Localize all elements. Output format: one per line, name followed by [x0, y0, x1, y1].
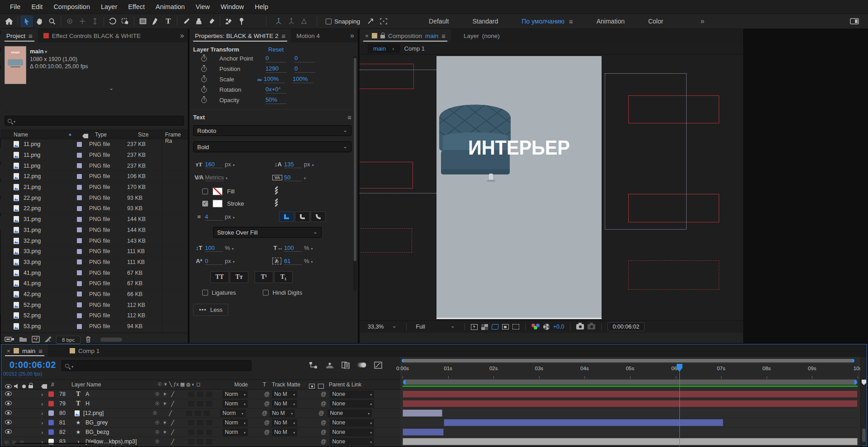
font-style-dropdown[interactable]: Bold [193, 141, 351, 152]
file-name[interactable]: 11.png [24, 163, 77, 169]
vertical-scale-field[interactable]: 100% [205, 245, 272, 252]
file-name[interactable]: 22.png [24, 205, 77, 212]
properties-tabs-overflow-icon[interactable] [346, 29, 358, 42]
eye-icon[interactable] [5, 401, 12, 405]
kerning-field[interactable]: Metrics [205, 174, 272, 181]
file-label-color[interactable] [77, 142, 82, 147]
stopwatch-icon[interactable] [201, 77, 207, 82]
workspace-bar-icon[interactable] [848, 15, 861, 27]
stroke-color-swatch[interactable] [213, 200, 223, 207]
less-button[interactable]: Less [193, 304, 228, 316]
file-row[interactable]: 22.png PNG file 93 KB ∞ [1, 203, 188, 214]
track-matte-dropdown[interactable]: No M [272, 400, 297, 408]
label-column-icon[interactable] [41, 384, 47, 389]
column-parent-link[interactable]: Parent & Link [329, 381, 361, 388]
file-label-color[interactable] [77, 270, 82, 275]
snap-expand-icon[interactable] [377, 15, 390, 27]
layer-duration-bar[interactable] [403, 391, 858, 398]
puppet-pin-tool-icon[interactable] [235, 15, 248, 27]
stroke-checkbox[interactable] [202, 201, 208, 207]
anchor-y-value[interactable]: 0 [294, 55, 315, 62]
breadcrumb-current[interactable]: main ‹ [368, 44, 400, 53]
file-label-color[interactable] [77, 281, 82, 286]
snapping-checkbox[interactable] [326, 19, 332, 24]
file-label-color[interactable] [77, 259, 82, 264]
workspace-overflow-icon[interactable] [697, 17, 708, 25]
file-label-color[interactable] [77, 292, 82, 296]
workspace-tab[interactable]: По умолчанию [510, 18, 584, 25]
panel-menu-icon[interactable] [282, 32, 286, 40]
search-options-icon[interactable] [71, 362, 73, 369]
eye-icon[interactable] [5, 429, 12, 434]
parent-pickwhip-icon[interactable]: @ [321, 391, 326, 397]
tab-layer[interactable]: Layer (none) [458, 29, 505, 42]
effect-switch-icon[interactable]: ☀ [161, 391, 169, 397]
tab-effect-controls[interactable]: Effect Controls BLACK & WHITE [38, 29, 146, 42]
timeline-vertical-scrollbar[interactable] [862, 428, 866, 442]
toggle-modes-icon[interactable] [318, 384, 324, 389]
layer-expander-icon[interactable] [41, 438, 47, 445]
mode-dropdown[interactable]: Norm [223, 391, 248, 398]
shy-switch-icon[interactable]: ☉ [153, 439, 161, 445]
parent-link-dropdown[interactable]: None [330, 438, 374, 446]
workspace-menu-icon[interactable] [569, 18, 573, 25]
composition-thumbnail[interactable] [5, 46, 26, 84]
superscript-button[interactable]: T¹ [255, 271, 273, 283]
layer-label-color[interactable] [48, 420, 54, 425]
workspace-tab[interactable]: Animation [585, 18, 636, 25]
tab-timeline-comp1[interactable]: Comp 1 [64, 344, 105, 357]
hand-tool-icon[interactable] [33, 15, 46, 27]
layer-expander-icon[interactable] [41, 410, 47, 417]
position-x-value[interactable]: 1290 [266, 65, 286, 73]
eye-icon[interactable] [5, 410, 12, 415]
snapshot-icon[interactable] [576, 324, 584, 329]
stopwatch-icon[interactable] [201, 66, 207, 72]
shy-switch-icon[interactable]: ☉ [151, 410, 159, 416]
effect-switch-icon[interactable]: ☀ [161, 420, 169, 426]
new-folder-icon[interactable] [19, 336, 27, 343]
file-row[interactable]: 52.png PNG file 112 KB ∞ [1, 300, 188, 311]
position-y-value[interactable]: 0 [294, 65, 315, 73]
layer-expander-icon[interactable] [41, 419, 47, 426]
composition-canvas[interactable]: ИНТЕРЬЕР [360, 55, 743, 320]
file-label-color[interactable] [77, 174, 82, 179]
properties-scrollbar[interactable] [353, 56, 357, 291]
file-name[interactable]: 52.png [24, 312, 77, 319]
parent-link-dropdown[interactable]: None [330, 419, 374, 427]
timeline-layer-row[interactable]: 81 BG_grey ☉ ☀ ╱ Norm @ No M @ None [1, 418, 400, 428]
interpret-footage-icon[interactable] [5, 336, 14, 343]
menu-item[interactable]: File [5, 3, 26, 10]
trash-icon[interactable] [85, 336, 91, 344]
anchor-x-value[interactable]: 0 [266, 55, 286, 62]
frame-blending-icon[interactable] [342, 361, 350, 370]
layer-duration-bar[interactable] [403, 400, 858, 407]
audio-column-icon[interactable] [14, 384, 19, 389]
track-matte-dropdown[interactable]: No M [270, 409, 295, 417]
layer-name[interactable]: BG_bezg [85, 429, 153, 435]
menu-item[interactable]: Composition [48, 3, 95, 10]
eye-icon[interactable] [5, 391, 12, 396]
menu-item[interactable]: Window [215, 3, 250, 10]
scale-y-value[interactable]: 100% [293, 75, 313, 83]
rotation-tool-icon[interactable] [106, 15, 119, 27]
clone-stamp-tool-icon[interactable] [192, 15, 205, 27]
composition-name[interactable]: main [30, 48, 88, 56]
tab-project[interactable]: Project [1, 29, 38, 42]
menu-item[interactable]: Effect [123, 3, 150, 10]
layer-name[interactable]: [12.png] [83, 410, 151, 416]
region-of-interest-icon[interactable] [502, 324, 509, 329]
quality-switch-icon[interactable]: ╱ [169, 420, 176, 426]
layer-expander-icon[interactable] [41, 400, 47, 407]
file-name[interactable]: 11.png [24, 152, 77, 158]
track-lane[interactable] [403, 437, 858, 447]
close-icon[interactable]: × [365, 33, 369, 39]
file-row[interactable]: 41.png PNG file 67 KB ∞ [1, 268, 188, 278]
scale-x-value[interactable]: 100% [264, 75, 285, 83]
label-column-icon[interactable] [82, 134, 88, 138]
new-composition-icon[interactable] [32, 336, 40, 344]
layer-name[interactable]: A [85, 391, 153, 397]
stopwatch-icon[interactable] [201, 98, 207, 103]
home-icon[interactable] [3, 15, 15, 27]
track-lane[interactable] [403, 390, 858, 399]
file-name[interactable]: 53.png [24, 323, 77, 329]
